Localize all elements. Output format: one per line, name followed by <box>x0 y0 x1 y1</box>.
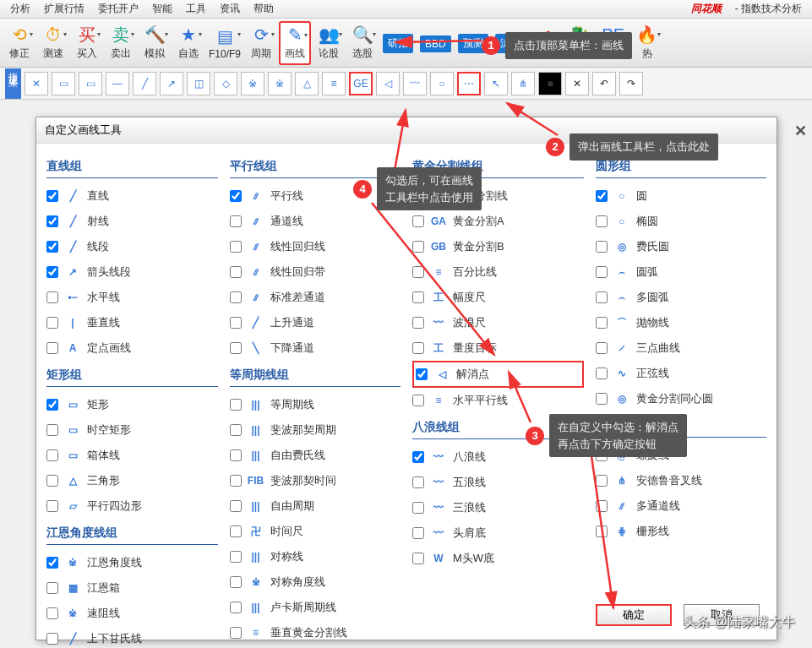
tool-item-费氏圆[interactable]: ◎费氏圆 <box>596 234 767 259</box>
tool-item-波浪尺[interactable]: 〰波浪尺 <box>412 310 584 335</box>
menu-item[interactable]: 扩展行情 <box>37 2 91 16</box>
tool-checkbox[interactable] <box>412 317 424 329</box>
tool-checkbox[interactable] <box>46 241 58 253</box>
tool-checkbox[interactable] <box>596 525 608 537</box>
tool-checkbox[interactable] <box>230 241 242 253</box>
draw-tool-16[interactable]: ⋯ <box>457 72 481 95</box>
draw-tool-17[interactable]: ↖ <box>484 72 508 95</box>
tool-item-线性回归线[interactable]: ⫽线性回归线 <box>230 234 401 259</box>
tool-checkbox[interactable] <box>596 241 608 253</box>
tool-checkbox[interactable] <box>230 215 242 227</box>
tool-item-水平平行线[interactable]: ≡水平平行线 <box>412 388 584 413</box>
tool-item-幅度尺[interactable]: 工幅度尺 <box>412 285 584 310</box>
toolbar-button-模拟[interactable]: 🔨模拟▾ <box>139 21 171 65</box>
ok-button[interactable]: 确定 <box>596 604 672 626</box>
tool-item-矩形[interactable]: ▭矩形 <box>46 392 218 417</box>
tool-item-五浪线[interactable]: 〰五浪线 <box>412 470 584 495</box>
tool-checkbox[interactable] <box>230 576 242 588</box>
tool-checkbox[interactable] <box>46 317 58 329</box>
tool-checkbox[interactable] <box>596 368 608 379</box>
draw-tool-8[interactable]: ※ <box>241 72 264 95</box>
draw-tool-13[interactable]: ◁ <box>376 72 400 95</box>
tool-checkbox[interactable] <box>596 500 608 512</box>
tool-item-时空矩形[interactable]: ▭时空矩形 <box>46 417 218 443</box>
tool-checkbox[interactable] <box>230 399 242 411</box>
tool-checkbox[interactable] <box>46 342 58 354</box>
tool-item-黄金分割A[interactable]: GA黄金分割A <box>412 209 584 234</box>
tool-checkbox[interactable] <box>412 291 424 303</box>
tool-item-三角形[interactable]: △三角形 <box>46 468 218 493</box>
tool-checkbox[interactable] <box>596 266 608 278</box>
tool-checkbox[interactable] <box>46 190 58 202</box>
tool-item-抛物线[interactable]: ⌒抛物线 <box>596 310 767 335</box>
close-icon[interactable]: ✕ <box>794 122 807 140</box>
tool-checkbox[interactable] <box>230 342 242 354</box>
tool-checkbox[interactable] <box>412 342 424 354</box>
tool-item-垂直黄金分割线[interactable]: ≡垂直黄金分割线 <box>230 620 401 645</box>
tool-checkbox[interactable] <box>596 291 608 303</box>
tool-checkbox[interactable] <box>46 475 58 487</box>
tool-item-安德鲁音叉线[interactable]: ⋔安德鲁音叉线 <box>596 468 767 493</box>
tool-item-定点画线[interactable]: A定点画线 <box>46 335 218 361</box>
tool-checkbox[interactable] <box>230 190 242 202</box>
toolbar-button-热[interactable]: 🔥热▾ <box>631 21 663 65</box>
draw-tool-2[interactable]: ▭ <box>79 72 102 95</box>
tool-item-等周期线[interactable]: |||等周期线 <box>230 392 401 417</box>
tool-item-通道线[interactable]: ⫽通道线 <box>230 209 401 234</box>
tool-item-线性回归带[interactable]: ⫽线性回归带 <box>230 259 401 285</box>
toolbar-button-研报[interactable]: 研报 <box>380 21 416 65</box>
tool-item-斐波那契时间[interactable]: FIB斐波那契时间 <box>230 468 401 493</box>
tool-item-江恩箱[interactable]: ▦江恩箱 <box>46 575 218 601</box>
tool-checkbox[interactable] <box>46 500 58 512</box>
tool-checkbox[interactable] <box>230 266 242 278</box>
tool-checkbox[interactable] <box>596 475 608 487</box>
tool-checkbox[interactable] <box>596 317 608 329</box>
tool-item-栅形线[interactable]: ⋕栅形线 <box>596 519 767 544</box>
toolbar-button-画线[interactable]: ✎画线▾ <box>279 21 311 65</box>
tool-item-椭圆[interactable]: ○椭圆 <box>596 209 767 234</box>
toolbar-button-F10/F9[interactable]: ▤F10/F9▾ <box>206 21 243 65</box>
tool-checkbox[interactable] <box>46 266 58 278</box>
menu-item[interactable]: 委托开户 <box>91 2 145 16</box>
tool-item-自由费氏线[interactable]: |||自由费氏线 <box>230 443 401 468</box>
tool-checkbox[interactable] <box>412 395 424 406</box>
tool-item-平行四边形[interactable]: ▱平行四边形 <box>46 493 218 519</box>
tool-item-M头W底[interactable]: WM头W底 <box>412 546 584 571</box>
tool-item-时间尺[interactable]: 卍时间尺 <box>230 519 401 544</box>
tool-checkbox[interactable] <box>412 266 424 278</box>
toolbar-button-自选[interactable]: ★自选▾ <box>172 21 204 65</box>
tool-checkbox[interactable] <box>230 500 242 512</box>
tool-checkbox[interactable] <box>230 475 242 487</box>
tool-item-垂直线[interactable]: |垂直线 <box>46 310 218 335</box>
tool-checkbox[interactable] <box>46 633 58 645</box>
tool-checkbox[interactable] <box>46 607 58 619</box>
tool-item-圆[interactable]: ○圆 <box>596 183 767 209</box>
toolbar-button-卖出[interactable]: 卖卖出▾ <box>105 21 137 65</box>
tool-checkbox[interactable] <box>412 451 424 463</box>
tool-item-标准差通道[interactable]: ⫽标准差通道 <box>230 285 401 310</box>
tool-item-上升通道[interactable]: ╱上升通道 <box>230 310 401 335</box>
draw-tool-7[interactable]: ◇ <box>214 72 237 95</box>
tool-item-卢卡斯周期线[interactable]: |||卢卡斯周期线 <box>230 595 401 620</box>
draw-tool-11[interactable]: ≡ <box>322 72 346 95</box>
tool-item-解消点[interactable]: ◁解消点 <box>412 361 584 388</box>
toolbar-button-BBD[interactable]: BBD <box>417 21 454 65</box>
tool-item-正弦线[interactable]: ∿正弦线 <box>596 361 767 386</box>
tool-checkbox[interactable] <box>230 424 242 436</box>
tool-item-三点曲线[interactable]: ⟋三点曲线 <box>596 335 767 361</box>
tool-checkbox[interactable] <box>46 424 58 436</box>
tool-item-上下甘氏线[interactable]: ╱上下甘氏线 <box>46 626 218 648</box>
tool-checkbox[interactable] <box>412 553 424 564</box>
draw-tool-14[interactable]: 〰 <box>403 72 427 95</box>
tool-checkbox[interactable] <box>596 393 608 405</box>
tool-item-江恩角度线[interactable]: ※江恩角度线 <box>46 550 218 575</box>
menu-item[interactable]: 工具 <box>179 2 213 16</box>
tool-item-对称线[interactable]: |||对称线 <box>230 544 401 569</box>
tool-item-黄金分割同心圆[interactable]: ◎黄金分割同心圆 <box>596 386 767 411</box>
draw-tool-20[interactable]: ✕ <box>565 72 589 95</box>
tool-checkbox[interactable] <box>46 291 58 303</box>
tool-checkbox[interactable] <box>46 449 58 461</box>
tool-checkbox[interactable] <box>596 190 608 202</box>
draw-tool-15[interactable]: ○ <box>430 72 454 95</box>
tool-checkbox[interactable] <box>46 582 58 594</box>
